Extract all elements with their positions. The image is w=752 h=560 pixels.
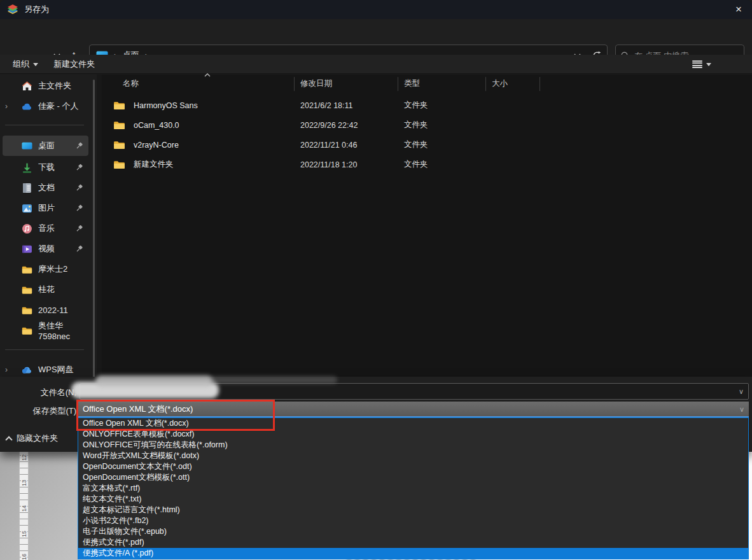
chevron-down-icon	[33, 63, 38, 66]
sidebar-item-label: 下载	[38, 162, 55, 173]
column-header-name[interactable]: 名称	[123, 74, 314, 92]
download-icon	[22, 162, 32, 173]
pin-icon	[76, 225, 83, 232]
column-label: 名称	[123, 78, 139, 89]
file-date: 2022/9/26 22:42	[300, 121, 358, 130]
folder-icon	[22, 305, 32, 316]
dropdown-option-oform[interactable]: ONLYOFFICE可填写的在线表格(*.oform)	[78, 440, 748, 451]
column-divider[interactable]	[485, 77, 486, 91]
file-type: 文件夹	[404, 120, 428, 130]
sidebar-item-folder-aojiahua[interactable]: 奥佳华7598nec	[3, 321, 88, 340]
savetype-label: 保存类型(T)	[6, 405, 76, 417]
sidebar-item-desktop[interactable]: 桌面	[3, 136, 88, 156]
folder-icon	[22, 284, 32, 295]
ruler-mark: 14	[21, 505, 27, 512]
sidebar-item-label: WPS网盘	[38, 364, 74, 375]
dropdown-option-txt[interactable]: 纯文本文件(*.txt)	[78, 494, 748, 505]
filename-redaction-smudge	[210, 376, 337, 384]
sidebar-item-label: 文档	[38, 182, 55, 193]
change-view-button[interactable]	[692, 55, 711, 74]
folder-icon	[113, 140, 125, 150]
column-header-date[interactable]: 修改日期	[300, 74, 396, 92]
dropdown-option-html[interactable]: 超文本标记语言文件(*.html)	[78, 505, 748, 515]
new-folder-label: 新建文件夹	[53, 59, 95, 70]
vertical-ruler: 12 13 14 15 16	[19, 449, 29, 560]
sidebar-separator	[5, 349, 84, 350]
dropdown-option-epub[interactable]: 电子出版物文件(*.epub)	[78, 526, 748, 537]
chevron-up-icon	[5, 436, 12, 443]
dropdown-option-pdf[interactable]: 便携式文件(*.pdf)	[78, 537, 748, 548]
sidebar-item-label: 桌面	[38, 140, 55, 151]
dropdown-option-pdfa[interactable]: 便携式文件/A (*.pdf)	[78, 548, 748, 559]
sidebar-item-onedrive[interactable]: › 佳豪 - 个人	[3, 97, 88, 116]
sidebar-item-label: 主文件夹	[38, 80, 71, 92]
sidebar-item-videos[interactable]: 视频	[3, 239, 88, 258]
column-divider[interactable]	[294, 77, 295, 91]
sidebar-item-label: 视频	[38, 243, 55, 255]
ruler-mark: 16	[21, 553, 27, 560]
sidebar-item-label: 音乐	[38, 223, 55, 234]
file-row-ocam[interactable]: oCam_430.0 2022/9/26 22:42 文件夹	[107, 115, 641, 135]
filename-redaction-smudge	[95, 375, 213, 387]
sidebar-item-label: 2022-11	[38, 305, 68, 315]
dropdown-option-fb2[interactable]: 小说书2文件(*.fb2)	[78, 515, 748, 526]
desktop-icon	[22, 141, 32, 151]
pin-icon	[76, 142, 83, 150]
home-icon	[22, 81, 32, 92]
chevron-down-icon[interactable]: ∨	[739, 388, 744, 396]
navigation-sidebar: 主文件夹 › 佳豪 - 个人 桌面	[0, 74, 97, 377]
sidebar-item-folder-2022-11[interactable]: 2022-11	[3, 300, 88, 319]
sidebar-item-folder-guihua[interactable]: 桂花	[3, 280, 88, 299]
chevron-down-icon[interactable]: ∨	[739, 405, 744, 413]
sidebar-item-documents[interactable]: 文档	[3, 178, 88, 197]
hide-folders-button[interactable]: 隐藏文件夹	[6, 433, 58, 444]
close-button[interactable]: ×	[725, 0, 752, 19]
column-divider[interactable]	[540, 77, 540, 91]
organize-label: 组织	[13, 59, 29, 70]
title-bar: 另存为 ×	[0, 0, 752, 19]
sidebar-separator	[5, 125, 84, 125]
main-area: 主文件夹 › 佳豪 - 个人 桌面	[0, 74, 752, 377]
sidebar-item-pictures[interactable]: 图片	[3, 199, 88, 218]
dropdown-option-ott[interactable]: OpenDocument文档模板(*.ott)	[78, 472, 748, 483]
dropdown-option-dotx[interactable]: Word开放式XML文档模板(*.dotx)	[78, 451, 748, 461]
column-divider[interactable]	[398, 77, 398, 91]
pin-icon	[76, 164, 83, 171]
file-row-v2rayn[interactable]: v2rayN-Core 2022/11/21 0:46 文件夹	[107, 135, 641, 155]
sidebar-item-label: 图片	[38, 202, 55, 214]
pin-icon	[76, 245, 83, 253]
sidebar-item-home[interactable]: 主文件夹	[3, 76, 88, 95]
dropdown-option-docxf[interactable]: ONLYOFFICE表单模板(*.docxf)	[78, 429, 748, 440]
ruler-mark: 12	[21, 454, 27, 461]
dropdown-option-rtf[interactable]: 富文本格式(*.rtf)	[78, 483, 748, 494]
column-label: 类型	[404, 78, 420, 89]
folder-icon	[22, 325, 32, 336]
column-header-type[interactable]: 类型	[404, 74, 480, 92]
sidebar-item-folder-momi[interactable]: 摩米士2	[3, 260, 88, 279]
column-header-size[interactable]: 大小	[492, 74, 536, 92]
sidebar-item-downloads[interactable]: 下载	[3, 158, 88, 177]
onedrive-cloud-icon	[22, 101, 32, 112]
file-name: HarmonyOS Sans	[134, 101, 198, 110]
chevron-right-icon[interactable]: ›	[5, 102, 8, 111]
savetype-combobox[interactable]: Office Open XML 文档(*.docx) ∨	[78, 402, 749, 417]
dropdown-option-docx[interactable]: Office Open XML 文档(*.docx)	[78, 418, 748, 429]
sidebar-item-music[interactable]: 音乐	[3, 219, 88, 238]
pin-icon	[76, 184, 83, 192]
savetype-dropdown-list: Office Open XML 文档(*.docx) ONLYOFFICE表单模…	[78, 417, 749, 559]
dropdown-option-odt[interactable]: OpenDocument文本文件(*.odt)	[78, 461, 748, 472]
details-view-icon	[692, 60, 702, 69]
new-folder-button[interactable]: 新建文件夹	[53, 55, 95, 74]
file-row-newfolder[interactable]: 新建文件夹 2022/11/18 1:20 文件夹	[107, 155, 641, 174]
filename-label: 文件名(N,	[6, 387, 76, 398]
column-label: 修改日期	[300, 78, 332, 89]
file-list: 名称 修改日期 类型 大小	[102, 74, 752, 377]
file-type: 文件夹	[404, 100, 428, 111]
file-row-harmonyos[interactable]: HarmonyOS Sans 2021/6/2 18:11 文件夹	[107, 95, 641, 115]
onlyoffice-logo-icon	[6, 3, 19, 16]
sidebar-item-label: 佳豪 - 个人	[38, 101, 79, 112]
save-as-dialog: 另存为 × ← → ↑ › 桌面 ›	[0, 0, 752, 560]
chevron-right-icon[interactable]: ›	[5, 365, 8, 374]
organize-button[interactable]: 组织	[13, 55, 38, 74]
folder-icon	[113, 101, 125, 110]
